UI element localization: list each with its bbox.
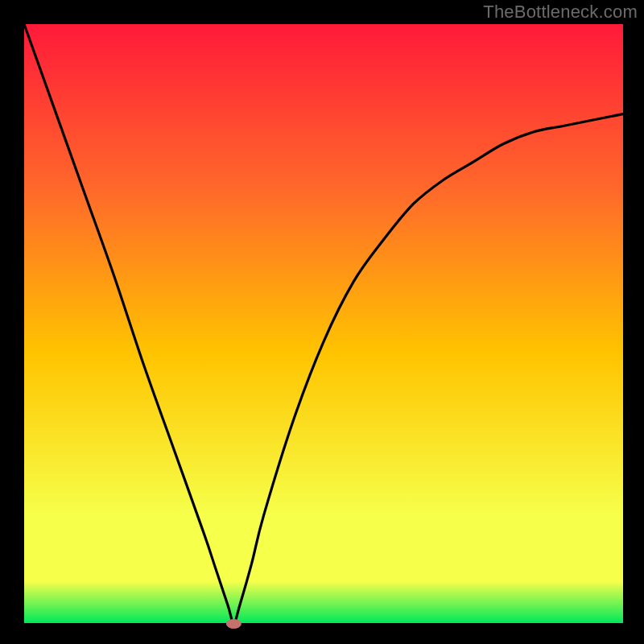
minimum-marker bbox=[226, 620, 241, 629]
watermark-text: TheBottleneck.com bbox=[483, 2, 638, 23]
plot-background bbox=[24, 24, 623, 623]
bottleneck-chart bbox=[0, 0, 644, 644]
chart-frame: TheBottleneck.com bbox=[0, 0, 644, 644]
